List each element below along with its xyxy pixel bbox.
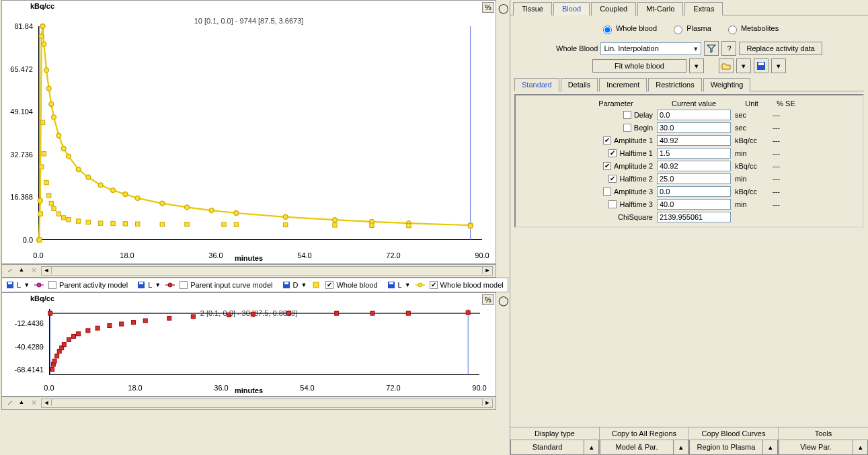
tab-tissue[interactable]: Tissue [513,2,552,15]
subtab-increment[interactable]: Increment [599,78,647,91]
param-value-input[interactable] [657,199,731,210]
radio-plasma[interactable]: Plasma [670,24,711,32]
param-value-input[interactable] [657,161,731,171]
x-axis-label: minutes [235,254,263,262]
svg-rect-45 [123,222,127,226]
param-checkbox[interactable] [603,188,611,196]
view-par--button[interactable]: View Par. [779,440,853,455]
param-name: Begin [634,124,653,132]
replace-activity-button[interactable]: Replace activity data [739,42,822,55]
down-icon[interactable]: ▼ [24,282,30,288]
param-checkbox[interactable]: ✔ [603,162,611,170]
svg-rect-81 [62,343,66,347]
param-value-input[interactable] [657,110,731,120]
dropdown-arrow-icon[interactable]: ▴ [763,440,778,455]
disk-icon [387,281,395,289]
dropdown-arrow-icon[interactable]: ▴ [674,440,688,455]
svg-rect-35 [46,194,50,198]
svg-rect-49 [222,222,226,226]
legend-checkbox[interactable] [180,281,188,289]
dropdown-arrow-icon[interactable]: ▴ [853,440,868,455]
svg-rect-87 [108,324,112,328]
open-dropdown-icon[interactable]: ▾ [736,58,751,73]
svg-rect-82 [67,337,71,341]
param-value-input[interactable] [657,148,731,159]
param-checkbox[interactable]: ✔ [603,136,611,144]
param-checkbox[interactable]: ✔ [608,175,617,183]
fit-button[interactable]: Fit whole blood [592,59,686,73]
standard-button[interactable]: Standard [510,440,584,455]
up-icon[interactable]: ▲ [17,399,26,408]
legend-item[interactable]: L▼✔Whole blood model [387,281,504,289]
svg-rect-54 [407,223,411,227]
close-icon[interactable]: ✕ [29,399,38,408]
tab-blood[interactable]: Blood [553,2,590,15]
tab-extras[interactable]: Extras [684,2,723,15]
legend-checkbox[interactable]: ✔ [325,281,333,289]
ring-icon[interactable]: ◯ [498,3,509,13]
param-checkbox[interactable]: ✔ [608,149,617,157]
legend-item[interactable]: L▼Parent input curve model [137,281,272,289]
legend-checkbox[interactable]: ✔ [430,281,438,289]
region-to-plasma-button[interactable]: Region to Plasma [689,440,763,455]
method-dropdown[interactable]: Lin. Interpolation▾ [600,42,701,55]
radio-whole-blood[interactable]: Whole blood [600,24,657,32]
subtab-details[interactable]: Details [561,78,598,91]
y-ticks-2: -12.4436-40.4289-68.4141 [2,309,46,375]
param-value-input[interactable] [657,173,731,184]
param-value-input[interactable] [657,122,731,133]
h-scrollbar-2[interactable] [41,399,493,408]
main-chart[interactable]: % kBq/cc 10 [0.1, 0.0] - 9744 [87.5, 3.6… [1,0,496,264]
param-value-input[interactable] [657,135,731,146]
open-icon[interactable] [719,58,734,73]
legend-item[interactable]: D▼✔Whole blood [282,281,378,289]
subtab-weighting[interactable]: Weighting [703,78,751,91]
residual-chart[interactable]: % kBq/cc 2 [0.1, 0.0] - 30 [87.5, 0.8808… [1,292,496,397]
tab-coupled[interactable]: Coupled [591,2,636,15]
param-checkbox[interactable] [623,111,631,119]
svg-point-10 [52,115,56,120]
dropdown-arrow-icon[interactable]: ▴ [584,440,599,455]
ring-icon[interactable]: ◯ [498,295,509,306]
param-subtabs: StandardDetailsIncrementRestrictionsWeig… [514,77,864,91]
up-icon[interactable]: ▲ [17,266,26,276]
help-button[interactable]: ? [721,41,736,56]
svg-point-3 [38,198,42,203]
polyline-icon[interactable]: ⟋ [5,266,14,276]
percent-toggle-button-2[interactable]: % [482,294,494,305]
svg-rect-91 [167,316,171,320]
down-icon[interactable]: ▼ [155,282,161,288]
legend-checkbox[interactable] [48,281,56,289]
svg-rect-86 [95,326,100,330]
svg-rect-101 [758,63,764,65]
percent-toggle-button[interactable]: % [482,2,494,13]
close-icon[interactable]: ✕ [29,266,38,276]
filter-icon[interactable] [704,41,719,56]
subtab-standard[interactable]: Standard [514,78,559,91]
down-icon[interactable]: ▼ [301,282,307,288]
svg-rect-88 [120,322,124,326]
polyline-icon[interactable]: ⟋ [5,399,14,408]
param-checkbox[interactable] [608,200,617,208]
svg-point-5 [40,24,45,29]
param-grid: ParameterCurrent valueUnit% SEDelaysec--… [520,99,859,222]
svg-rect-40 [67,217,71,221]
down-icon[interactable]: ▼ [405,282,411,288]
svg-rect-46 [135,222,139,226]
model-par--button[interactable]: Model & Par. [600,440,674,455]
chart-svg [39,26,482,239]
radio-metabolites[interactable]: Metabolites [725,24,779,32]
save-dropdown-icon[interactable]: ▾ [771,58,786,73]
subtab-restrictions[interactable]: Restrictions [648,78,701,91]
svg-rect-90 [143,319,147,323]
fit-dropdown-icon[interactable]: ▾ [689,58,704,73]
svg-point-23 [234,210,239,215]
h-scrollbar[interactable] [41,266,493,276]
tab-mt-carlo[interactable]: Mt-Carlo [637,2,683,15]
param-checkbox[interactable] [623,124,631,132]
svg-rect-52 [333,223,337,227]
legend-item[interactable]: L▼Parent activity model [6,281,128,289]
svg-rect-55 [468,224,472,228]
save-icon[interactable] [754,58,768,73]
param-value-input[interactable] [657,186,731,197]
